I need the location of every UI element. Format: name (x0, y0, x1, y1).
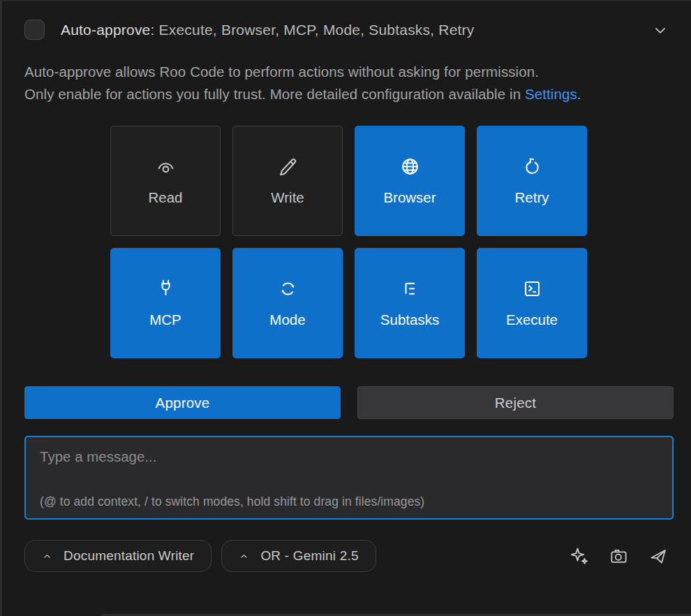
bottom-bar: Documentation Writer OR - Gemini 2.5 (24, 540, 674, 572)
toggle-mode[interactable]: Mode (232, 248, 343, 358)
send-icon (648, 546, 668, 566)
auto-approve-description: Auto-approve allows Roo Code to perform … (24, 61, 653, 105)
toggle-subtasks[interactable]: Subtasks (355, 248, 465, 358)
toggle-label: Retry (515, 189, 549, 206)
pencil-icon (277, 156, 299, 177)
description-line-1: Auto-approve allows Roo Code to perform … (24, 61, 653, 83)
chat-action-icons (570, 546, 674, 566)
toggle-mcp[interactable]: MCP (110, 248, 221, 358)
approve-button[interactable]: Approve (24, 386, 341, 419)
toggle-read[interactable]: Read (110, 126, 221, 236)
eye-icon (155, 156, 177, 177)
panel-left-border (0, 0, 2, 616)
toggle-label: Mode (269, 311, 305, 328)
auto-approve-panel: Auto-approve: Execute, Browser, MCP, Mod… (0, 0, 691, 572)
chat-input[interactable] (26, 437, 672, 518)
sparkle-icon (570, 546, 590, 566)
plug-icon (155, 278, 177, 300)
toggle-label: Subtasks (380, 311, 439, 328)
auto-approve-header[interactable]: Auto-approve: Execute, Browser, MCP, Mod… (24, 20, 674, 40)
camera-icon (609, 546, 629, 566)
panel-top-border (0, 0, 691, 1)
toggle-label: MCP (149, 311, 181, 328)
screenshot-button[interactable] (609, 546, 629, 566)
globe-icon (399, 156, 421, 177)
auto-approve-title: Auto-approve: Execute, Browser, MCP, Mod… (61, 22, 475, 38)
list-tree-icon (399, 278, 421, 300)
enhance-prompt-button[interactable] (570, 546, 590, 566)
refresh-icon (521, 156, 543, 177)
toggle-label: Read (148, 189, 182, 206)
description-suffix: . (577, 86, 581, 102)
sync-icon (277, 278, 299, 300)
chevron-down-icon[interactable] (651, 21, 669, 39)
description-line-2: Only enable for actions you fully trust.… (24, 86, 525, 102)
toggle-browser[interactable]: Browser (355, 126, 465, 236)
chevron-up-icon (42, 551, 52, 562)
auto-approve-toggle-grid: Read Write Browser (110, 126, 587, 358)
mode-select[interactable]: Documentation Writer (24, 540, 211, 572)
send-button[interactable] (648, 546, 668, 566)
toggle-retry[interactable]: Retry (477, 126, 587, 236)
auto-approve-summary: Execute, Browser, MCP, Mode, Subtasks, R… (159, 22, 475, 38)
toggle-label: Execute (506, 311, 558, 328)
settings-link[interactable]: Settings (525, 86, 577, 102)
auto-approve-checkbox[interactable] (24, 20, 45, 40)
action-buttons-row: Approve Reject (24, 386, 674, 419)
reject-button[interactable]: Reject (357, 386, 674, 419)
toggle-label: Browser (383, 189, 436, 206)
terminal-icon (521, 278, 543, 300)
model-select-value: OR - Gemini 2.5 (260, 548, 358, 564)
toggle-write[interactable]: Write (232, 126, 343, 236)
auto-approve-title-label: Auto-approve: (61, 22, 155, 38)
mode-select-value: Documentation Writer (64, 548, 194, 564)
model-select[interactable]: OR - Gemini 2.5 (221, 540, 376, 572)
toggle-execute[interactable]: Execute (477, 248, 587, 358)
toggle-label: Write (271, 189, 304, 206)
chevron-up-icon (239, 551, 249, 562)
chat-input-container[interactable]: (@ to add context, / to switch modes, ho… (24, 436, 674, 520)
